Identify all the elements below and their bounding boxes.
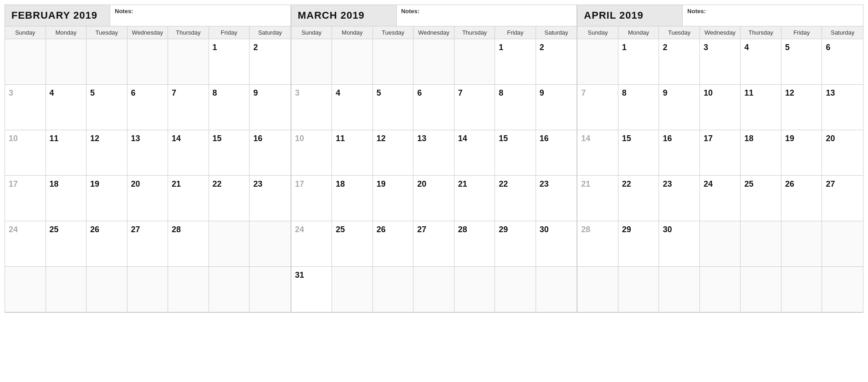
march-day-cell[interactable]: 27	[414, 221, 454, 267]
march-day-cell[interactable]: 25	[332, 221, 373, 267]
march-day-cell[interactable]: 19	[373, 176, 414, 221]
march-day-cell[interactable]: 26	[373, 221, 414, 267]
april-day-cell[interactable]: 3	[700, 39, 741, 85]
march-day-cell[interactable]: 16	[536, 130, 577, 176]
april-day-cell[interactable]	[822, 267, 863, 312]
april-day-cell[interactable]: 12	[781, 85, 822, 130]
april-day-cell[interactable]: 20	[822, 130, 863, 176]
april-day-cell[interactable]: 8	[618, 85, 659, 130]
february-day-cell[interactable]: 20	[128, 176, 168, 221]
march-day-cell[interactable]: 3	[291, 85, 332, 130]
april-day-cell[interactable]: 24	[700, 176, 741, 221]
april-day-cell[interactable]: 1	[618, 39, 659, 85]
february-day-cell[interactable]	[87, 39, 128, 85]
february-day-cell[interactable]: 24	[5, 221, 46, 267]
february-day-cell[interactable]: 18	[46, 176, 87, 221]
april-day-cell[interactable]	[740, 221, 781, 267]
february-day-cell[interactable]: 4	[46, 85, 87, 130]
march-day-cell[interactable]: 9	[536, 85, 577, 130]
february-day-cell[interactable]	[250, 221, 291, 267]
march-day-cell[interactable]	[332, 39, 373, 85]
february-day-cell[interactable]	[5, 267, 46, 312]
april-day-cell[interactable]	[659, 267, 700, 312]
april-day-cell[interactable]: 19	[781, 130, 822, 176]
april-day-cell[interactable]	[618, 267, 659, 312]
march-day-cell[interactable]: 7	[454, 85, 495, 130]
april-day-cell[interactable]: 23	[659, 176, 700, 221]
march-day-cell[interactable]: 13	[414, 130, 454, 176]
march-day-cell[interactable]: 21	[454, 176, 495, 221]
february-day-cell[interactable]: 25	[46, 221, 87, 267]
april-day-cell[interactable]: 30	[659, 221, 700, 267]
april-day-cell[interactable]: 5	[781, 39, 822, 85]
february-day-cell[interactable]	[5, 39, 46, 85]
february-day-cell[interactable]: 3	[5, 85, 46, 130]
march-day-cell[interactable]: 15	[495, 130, 536, 176]
march-day-cell[interactable]	[373, 267, 414, 312]
february-day-cell[interactable]: 5	[87, 85, 128, 130]
february-day-cell[interactable]	[250, 267, 291, 312]
february-day-cell[interactable]: 21	[168, 176, 209, 221]
april-day-cell[interactable]	[577, 39, 618, 85]
april-day-cell[interactable]: 16	[659, 130, 700, 176]
april-day-cell[interactable]: 9	[659, 85, 700, 130]
april-day-cell[interactable]: 2	[659, 39, 700, 85]
february-day-cell[interactable]	[209, 267, 250, 312]
february-day-cell[interactable]: 27	[128, 221, 168, 267]
march-day-cell[interactable]: 24	[291, 221, 332, 267]
april-day-cell[interactable]: 11	[740, 85, 781, 130]
march-day-cell[interactable]	[291, 39, 332, 85]
february-day-cell[interactable]: 9	[250, 85, 291, 130]
april-day-cell[interactable]: 14	[577, 130, 618, 176]
march-day-cell[interactable]	[454, 267, 495, 312]
april-day-cell[interactable]: 26	[781, 176, 822, 221]
february-day-cell[interactable]: 22	[209, 176, 250, 221]
march-day-cell[interactable]	[373, 39, 414, 85]
march-day-cell[interactable]: 6	[414, 85, 454, 130]
february-day-cell[interactable]: 23	[250, 176, 291, 221]
march-day-cell[interactable]	[454, 39, 495, 85]
april-day-cell[interactable]	[700, 267, 741, 312]
march-day-cell[interactable]: 2	[536, 39, 577, 85]
february-day-cell[interactable]	[46, 39, 87, 85]
february-day-cell[interactable]: 15	[209, 130, 250, 176]
march-day-cell[interactable]: 4	[332, 85, 373, 130]
march-day-cell[interactable]: 31	[291, 267, 332, 312]
april-day-cell[interactable]: 15	[618, 130, 659, 176]
february-day-cell[interactable]	[168, 39, 209, 85]
february-day-cell[interactable]	[87, 267, 128, 312]
march-day-cell[interactable]: 10	[291, 130, 332, 176]
march-day-cell[interactable]: 20	[414, 176, 454, 221]
april-day-cell[interactable]: 25	[740, 176, 781, 221]
march-day-cell[interactable]: 30	[536, 221, 577, 267]
april-day-cell[interactable]	[700, 221, 741, 267]
march-day-cell[interactable]: 17	[291, 176, 332, 221]
april-notes-block[interactable]: Notes:	[682, 5, 863, 26]
march-day-cell[interactable]	[414, 39, 454, 85]
march-day-cell[interactable]: 11	[332, 130, 373, 176]
april-day-cell[interactable]	[740, 267, 781, 312]
april-day-cell[interactable]: 6	[822, 39, 863, 85]
february-day-cell[interactable]	[128, 267, 168, 312]
february-day-cell[interactable]: 12	[87, 130, 128, 176]
february-day-cell[interactable]: 28	[168, 221, 209, 267]
february-day-cell[interactable]: 19	[87, 176, 128, 221]
february-day-cell[interactable]: 7	[168, 85, 209, 130]
april-day-cell[interactable]: 29	[618, 221, 659, 267]
february-day-cell[interactable]: 11	[46, 130, 87, 176]
april-day-cell[interactable]: 17	[700, 130, 741, 176]
april-day-cell[interactable]	[781, 221, 822, 267]
february-day-cell[interactable]: 2	[250, 39, 291, 85]
april-day-cell[interactable]: 21	[577, 176, 618, 221]
february-day-cell[interactable]	[209, 221, 250, 267]
march-day-cell[interactable]	[414, 267, 454, 312]
february-day-cell[interactable]: 14	[168, 130, 209, 176]
february-day-cell[interactable]	[168, 267, 209, 312]
april-day-cell[interactable]	[781, 267, 822, 312]
march-day-cell[interactable]: 5	[373, 85, 414, 130]
february-day-cell[interactable]: 16	[250, 130, 291, 176]
february-day-cell[interactable]: 17	[5, 176, 46, 221]
february-day-cell[interactable]	[128, 39, 168, 85]
march-day-cell[interactable]	[332, 267, 373, 312]
february-day-cell[interactable]: 26	[87, 221, 128, 267]
